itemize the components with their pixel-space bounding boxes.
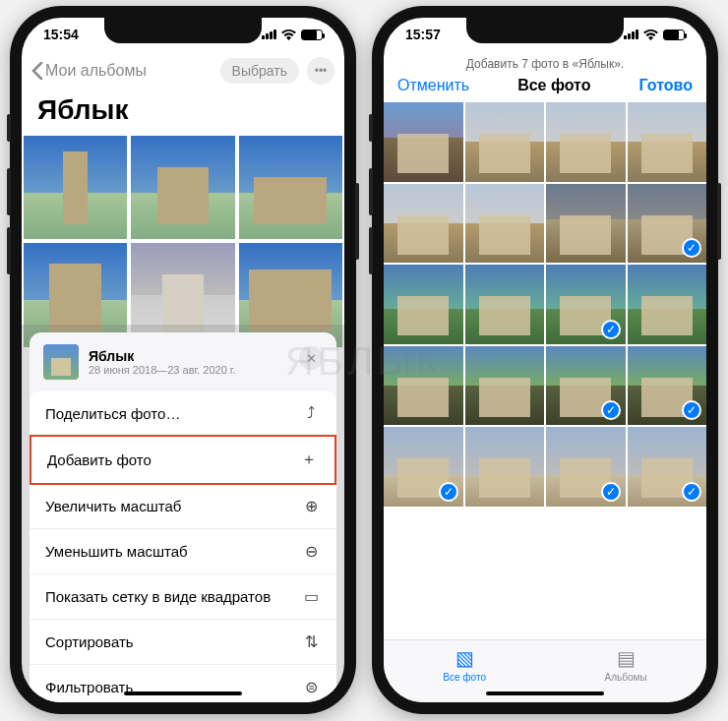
sort-icon: ⇅: [301, 632, 321, 651]
action-menu: Поделиться фото…⤴︎ Добавить фото＋ Увелич…: [30, 391, 336, 702]
picker-thumb[interactable]: ✓: [384, 427, 463, 507]
picker-section: Все фото: [517, 77, 590, 94]
side-button: [717, 183, 721, 260]
picker-thumb[interactable]: ✓: [546, 265, 626, 344]
menu-add-photo[interactable]: Добавить фото＋: [30, 435, 336, 485]
menu-aspect[interactable]: Показать сетку в виде квадратов▭: [30, 574, 336, 620]
picker-thumb[interactable]: [465, 346, 545, 426]
album-title: Яблык: [22, 90, 344, 136]
picker-thumb[interactable]: [546, 102, 626, 182]
photo-thumb[interactable]: [239, 136, 342, 239]
zoom-out-icon: ⊖: [301, 542, 321, 561]
menu-zoom-in[interactable]: Увеличить масштаб⊕: [30, 484, 336, 529]
battery-icon: [301, 30, 323, 40]
back-label: Мои альбомы: [45, 62, 147, 80]
back-button[interactable]: Мои альбомы: [31, 62, 147, 80]
check-icon: ✓: [682, 238, 701, 258]
picker-title: Добавить 7 фото в «Яблык».: [397, 57, 693, 71]
tab-label: Альбомы: [605, 672, 647, 683]
tab-albums[interactable]: ▤ Альбомы: [605, 646, 647, 683]
plus-icon: ＋: [299, 450, 319, 470]
status-time: 15:57: [405, 27, 441, 42]
check-icon: ✓: [601, 400, 621, 420]
photos-icon: ▧: [443, 646, 486, 670]
picker-thumb[interactable]: ✓: [628, 427, 707, 507]
picker-thumb[interactable]: [384, 346, 463, 426]
menu-sort[interactable]: Сортировать⇅: [30, 620, 336, 665]
aspect-icon: ▭: [301, 587, 321, 606]
check-icon: ✓: [682, 400, 701, 420]
select-button[interactable]: Выбрать: [220, 58, 299, 84]
zoom-in-icon: ⊕: [301, 497, 321, 515]
photo-grid: [22, 136, 344, 347]
volume-up: [7, 168, 11, 215]
tab-label: Все фото: [443, 672, 486, 683]
picker-thumb[interactable]: [628, 102, 707, 182]
menu-label: Поделиться фото…: [45, 405, 180, 422]
menu-filter[interactable]: Фильтровать⊜: [30, 665, 336, 702]
sheet-thumb: [43, 344, 79, 380]
picker-thumb[interactable]: [546, 184, 626, 264]
albums-icon: ▤: [605, 646, 647, 670]
volume-up: [369, 168, 373, 215]
picker-thumb[interactable]: ✓: [546, 427, 626, 507]
chevron-left-icon: [31, 62, 43, 80]
picker-thumb[interactable]: [465, 427, 545, 507]
picker-thumb[interactable]: [628, 265, 707, 344]
signal-icon: [624, 30, 638, 39]
picker-thumb[interactable]: [384, 184, 463, 264]
menu-share[interactable]: Поделиться фото…⤴︎: [30, 391, 336, 436]
menu-label: Фильтровать: [45, 679, 133, 695]
sheet-subtitle: 28 июня 2018—23 авг. 2020 г.: [89, 364, 236, 376]
photo-thumb[interactable]: [131, 136, 234, 239]
close-button[interactable]: ✕: [299, 346, 323, 370]
share-icon: ⤴︎: [301, 404, 321, 422]
picker-thumb[interactable]: ✓: [628, 184, 707, 264]
done-button[interactable]: Готово: [639, 77, 693, 94]
picker-thumb[interactable]: [465, 184, 545, 264]
menu-label: Сортировать: [45, 633, 134, 650]
battery-icon: [663, 30, 685, 40]
wifi-icon: [281, 30, 296, 40]
menu-zoom-out[interactable]: Уменьшить масштаб⊖: [30, 529, 336, 574]
menu-label: Показать сетку в виде квадратов: [45, 588, 271, 605]
picker-grid: ✓✓✓✓✓✓✓: [384, 102, 706, 507]
check-icon: ✓: [682, 482, 701, 502]
check-icon: ✓: [439, 482, 458, 502]
phone-right: 15:57 Добавить 7 фото в «Яблык». Отменит…: [372, 6, 718, 714]
notch: [104, 18, 262, 43]
mute-switch: [7, 114, 11, 142]
signal-icon: [262, 30, 276, 39]
home-indicator[interactable]: [124, 691, 242, 695]
volume-down: [369, 227, 373, 274]
check-icon: ✓: [601, 482, 621, 502]
picker-thumb[interactable]: [465, 102, 545, 182]
status-time: 15:54: [43, 27, 79, 42]
picker-thumb[interactable]: ✓: [546, 346, 626, 426]
sheet-title: Яблык: [89, 348, 236, 364]
menu-label: Уменьшить масштаб: [45, 543, 188, 560]
photo-thumb[interactable]: [24, 136, 127, 239]
filter-icon: ⊜: [301, 678, 321, 696]
tab-all-photos[interactable]: ▧ Все фото: [443, 646, 486, 683]
nav-bar: Мои альбомы Выбрать •••: [22, 51, 344, 90]
notch: [466, 18, 624, 43]
picker-thumb[interactable]: [384, 265, 463, 344]
menu-label: Увеличить масштаб: [45, 498, 181, 514]
check-icon: ✓: [601, 320, 621, 339]
cancel-button[interactable]: Отменить: [397, 77, 469, 94]
picker-thumb[interactable]: ✓: [628, 346, 707, 426]
picker-header: Добавить 7 фото в «Яблык». Отменить Все …: [384, 51, 706, 102]
action-sheet: Яблык 28 июня 2018—23 авг. 2020 г. ✕ Под…: [30, 332, 336, 702]
phone-left: 15:54 Мои альбомы Выбрать ••• Яблык: [10, 6, 356, 714]
wifi-icon: [643, 30, 658, 40]
side-button: [355, 183, 359, 260]
volume-down: [7, 227, 11, 274]
home-indicator[interactable]: [486, 691, 604, 695]
menu-label: Добавить фото: [47, 451, 152, 468]
more-button[interactable]: •••: [307, 57, 334, 85]
mute-switch: [369, 114, 373, 142]
picker-thumb[interactable]: [384, 102, 463, 182]
picker-thumb[interactable]: [465, 265, 545, 344]
